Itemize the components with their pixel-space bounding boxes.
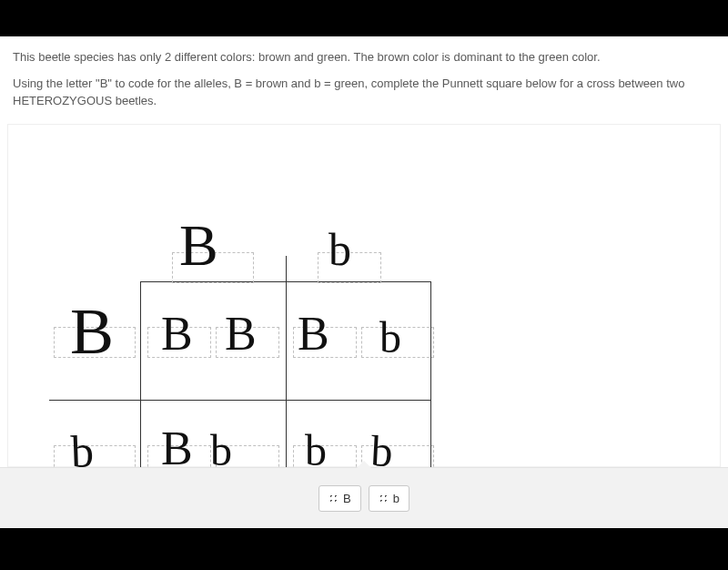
question-prompt: This beetle species has only 2 different…: [0, 36, 728, 110]
drag-grip-icon: [379, 494, 388, 503]
drop-slot-cell-01-a[interactable]: [293, 327, 357, 358]
allele-tile-toolbar: B b: [0, 467, 728, 528]
drag-grip-icon: [329, 494, 338, 503]
drop-slot-top-right[interactable]: [318, 252, 381, 283]
prompt-line-1: This beetle species has only 2 different…: [13, 49, 715, 66]
allele-tile-label: B: [343, 492, 351, 505]
worksheet-page: This beetle species has only 2 different…: [0, 36, 728, 528]
drop-slot-left-top[interactable]: [54, 327, 136, 358]
allele-tile-label: b: [393, 492, 399, 505]
punnett-work-area: B b B b B B B b B b b b: [7, 124, 721, 468]
allele-tile-B[interactable]: B: [318, 485, 361, 512]
prompt-line-2: Using the letter "B" to code for the all…: [13, 76, 715, 110]
allele-tile-b[interactable]: b: [369, 485, 410, 512]
drop-slot-top-left[interactable]: [172, 252, 254, 283]
drop-slot-cell-01-b[interactable]: [361, 327, 434, 358]
drop-slot-cell-00-a[interactable]: [147, 327, 211, 358]
drop-slot-cell-00-b[interactable]: [216, 327, 279, 358]
grid-line: [49, 400, 431, 401]
